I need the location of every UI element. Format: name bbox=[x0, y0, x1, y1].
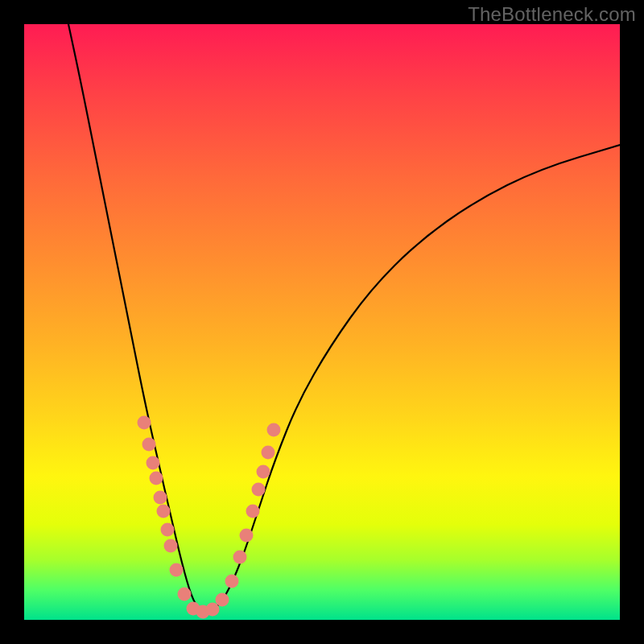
highlight-dot bbox=[240, 529, 254, 543]
highlight-dot bbox=[161, 523, 175, 537]
highlight-dot bbox=[246, 505, 260, 518]
highlight-dot bbox=[262, 446, 275, 460]
chart-frame: TheBottleneck.com bbox=[0, 0, 644, 644]
highlight-dot bbox=[252, 483, 266, 497]
highlight-dot bbox=[142, 438, 156, 452]
highlight-dot bbox=[150, 472, 163, 485]
highlight-dot bbox=[147, 456, 160, 470]
highlight-dot bbox=[157, 505, 171, 518]
highlight-dot bbox=[170, 564, 184, 577]
highlight-dots-group bbox=[138, 416, 281, 619]
watermark-label: TheBottleneck.com bbox=[468, 3, 636, 26]
highlight-dot bbox=[216, 593, 229, 607]
highlight-dot bbox=[233, 551, 247, 564]
highlight-dot bbox=[164, 539, 178, 553]
highlight-dot bbox=[225, 575, 239, 588]
bottleneck-curve bbox=[68, 24, 620, 611]
chart-svg bbox=[24, 24, 620, 620]
highlight-dot bbox=[257, 465, 270, 479]
highlight-dot bbox=[267, 423, 281, 437]
highlight-dot bbox=[206, 603, 220, 617]
highlight-dot bbox=[178, 588, 192, 601]
plot-area bbox=[24, 24, 620, 620]
highlight-dot bbox=[154, 491, 167, 505]
highlight-dot bbox=[138, 416, 151, 430]
